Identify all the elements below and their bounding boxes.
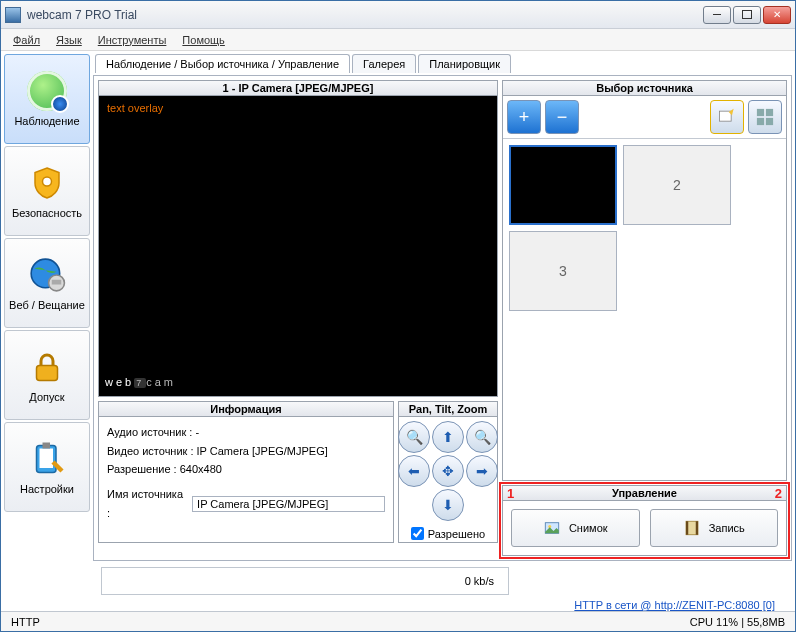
snapshot-button[interactable]: Снимок — [511, 509, 640, 547]
source-settings-button[interactable] — [710, 100, 744, 134]
info-resolution: Разрешение : 640x480 — [107, 460, 385, 479]
zoom-out-button[interactable]: 🔍 — [466, 421, 498, 453]
source-thumb-3[interactable]: 3 — [509, 231, 617, 311]
video-overlay-text: text overlay — [107, 102, 163, 114]
speed-indicator: 0 kb/s — [101, 567, 509, 595]
add-source-button[interactable]: + — [507, 100, 541, 134]
sidebar-item-web[interactable]: Веб / Вещание — [4, 238, 90, 328]
title-bar: webcam 7 PRO Trial — [1, 1, 795, 29]
menu-tools[interactable]: Инструменты — [92, 32, 173, 48]
control-title: Управление — [503, 486, 786, 501]
http-link[interactable]: HTTP в сети @ http://ZENIT-PC:8080 [0] — [11, 599, 785, 611]
film-icon — [683, 519, 701, 537]
remove-source-button[interactable]: − — [545, 100, 579, 134]
pan-left-button[interactable]: ⬅ — [398, 455, 430, 487]
pan-right-button[interactable]: ➡ — [466, 455, 498, 487]
svg-rect-3 — [52, 280, 62, 285]
pan-up-button[interactable]: ⬆ — [432, 421, 464, 453]
menu-lang[interactable]: Язык — [50, 32, 88, 48]
video-panel: 1 - IP Camera [JPEG/MJPEG] text overlay … — [98, 80, 498, 397]
video-area[interactable]: text overlay web7cam — [99, 96, 497, 396]
video-title: 1 - IP Camera [JPEG/MJPEG] — [99, 81, 497, 96]
tab-gallery[interactable]: Галерея — [352, 54, 416, 73]
record-button[interactable]: Запись — [650, 509, 779, 547]
status-bar: HTTP CPU 11% | 55,8MB — [1, 611, 795, 631]
info-name-label: Имя источника : — [107, 485, 186, 522]
source-thumb-2[interactable]: 2 — [623, 145, 731, 225]
video-watermark: web7cam — [105, 372, 176, 390]
info-title: Информация — [99, 402, 393, 417]
svg-point-0 — [43, 177, 52, 186]
sidebar-item-label: Допуск — [29, 391, 64, 403]
maximize-button[interactable] — [733, 6, 761, 24]
webcam-icon — [27, 71, 67, 111]
tab-monitor[interactable]: Наблюдение / Выбор источника / Управлени… — [95, 54, 350, 73]
svg-rect-12 — [766, 118, 773, 125]
record-label: Запись — [709, 522, 745, 534]
globe-icon — [27, 255, 67, 295]
sidebar-item-label: Наблюдение — [14, 115, 79, 127]
pan-down-button[interactable]: ⬇ — [432, 489, 464, 521]
shield-icon — [27, 163, 67, 203]
sidebar-item-security[interactable]: Безопасность — [4, 146, 90, 236]
info-panel: Информация Аудио источник : - Видео исто… — [98, 401, 394, 543]
minimize-button[interactable] — [703, 6, 731, 24]
source-title: Выбор источника — [503, 81, 786, 96]
source-grid-button[interactable] — [748, 100, 782, 134]
svg-rect-11 — [757, 118, 764, 125]
source-thumb-1[interactable] — [509, 145, 617, 225]
ptz-allowed-label: Разрешено — [428, 528, 485, 540]
sidebar-item-settings[interactable]: Настройки — [4, 422, 90, 512]
app-icon — [5, 7, 21, 23]
snapshot-label: Снимок — [569, 522, 608, 534]
zoom-in-button[interactable]: 🔍 — [398, 421, 430, 453]
ptz-center-button[interactable]: ✥ — [432, 455, 464, 487]
sidebar-item-access[interactable]: Допуск — [4, 330, 90, 420]
svg-rect-7 — [43, 443, 51, 449]
window-title: webcam 7 PRO Trial — [27, 8, 703, 22]
info-audio: Аудио источник : - — [107, 423, 385, 442]
svg-rect-6 — [40, 449, 54, 469]
clipboard-icon — [27, 439, 67, 479]
tab-scheduler[interactable]: Планировщик — [418, 54, 511, 73]
speed-value: 0 kb/s — [465, 575, 494, 587]
ptz-panel: Pan, Tilt, Zoom 🔍 ⬆ 🔍 ⬅ ✥ ➡ ⬇ — [398, 401, 498, 543]
tab-bar: Наблюдение / Выбор источника / Управлени… — [95, 54, 792, 73]
menu-help[interactable]: Помощь — [176, 32, 231, 48]
sidebar-item-monitor[interactable]: Наблюдение — [4, 54, 90, 144]
sidebar-item-label: Настройки — [20, 483, 74, 495]
ptz-allowed-checkbox[interactable] — [411, 527, 424, 540]
sidebar-item-label: Веб / Вещание — [9, 299, 85, 311]
ptz-title: Pan, Tilt, Zoom — [399, 402, 497, 417]
sidebar: Наблюдение Безопасность Веб / Вещание До… — [4, 54, 90, 561]
source-name-input[interactable] — [192, 496, 385, 512]
svg-rect-10 — [766, 109, 773, 116]
lock-icon — [27, 347, 67, 387]
source-panel: Выбор источника + − — [502, 80, 787, 481]
photo-icon — [543, 519, 561, 537]
svg-rect-17 — [695, 521, 697, 535]
status-right: CPU 11% | 55,8MB — [690, 616, 785, 628]
info-video: Видео источник : IP Camera [JPEG/MJPEG] — [107, 442, 385, 461]
close-button[interactable] — [763, 6, 791, 24]
svg-rect-16 — [686, 521, 688, 535]
status-left: HTTP — [11, 616, 40, 628]
svg-rect-9 — [757, 109, 764, 116]
svg-rect-4 — [37, 366, 58, 381]
sidebar-item-label: Безопасность — [12, 207, 82, 219]
menu-bar: Файл Язык Инструменты Помощь — [1, 29, 795, 51]
menu-file[interactable]: Файл — [7, 32, 46, 48]
control-panel: Управление Снимок — [502, 485, 787, 556]
